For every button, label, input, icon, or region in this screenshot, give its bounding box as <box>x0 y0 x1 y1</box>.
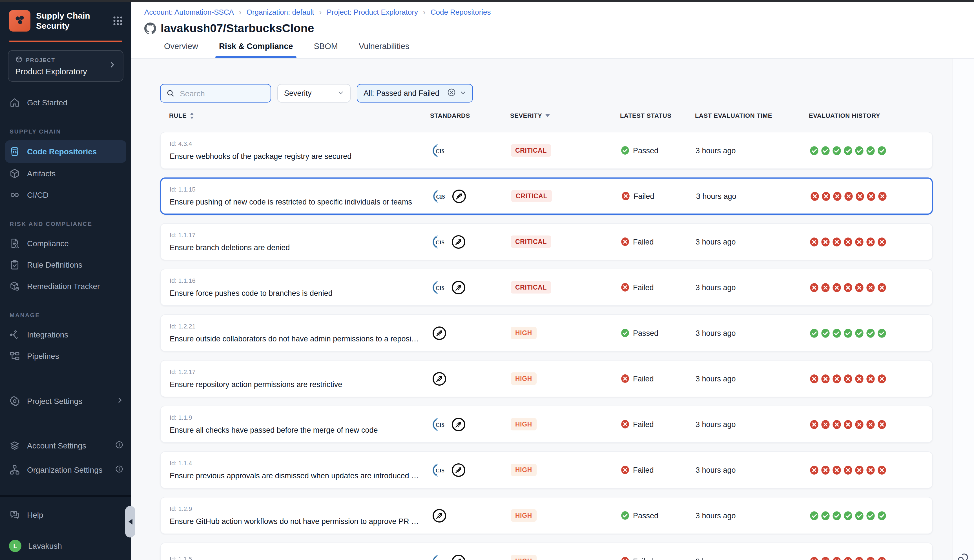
search-input[interactable] <box>178 88 265 98</box>
history-pass-icon <box>843 511 853 520</box>
sidebar-item-label: Rule Definitions <box>27 260 82 269</box>
sidebar-item-artifacts[interactable]: Artifacts <box>0 163 131 184</box>
org-chart-gear-icon <box>9 464 20 475</box>
help-chat-icon <box>9 509 20 520</box>
cis-standard-icon: CIS <box>432 553 447 560</box>
feedback-chat-icon[interactable] <box>957 552 970 560</box>
sidebar-item-get-started[interactable]: Get Started <box>0 92 131 113</box>
user-avatar: L <box>9 540 22 552</box>
sidebar-item-rule-definitions[interactable]: Rule Definitions <box>0 254 131 275</box>
history-fail-icon <box>832 374 842 383</box>
owasp-standard-icon <box>451 234 466 249</box>
history-fail-icon <box>854 237 864 247</box>
rule-cell: Id: 1.2.21Ensure outside collaborators d… <box>161 315 429 351</box>
owasp-standard-icon <box>451 280 466 295</box>
last-evaluation-time: 3 hours ago <box>695 557 809 560</box>
latest-status-cell: Failed <box>620 465 695 474</box>
table-row[interactable]: Id: 4.3.4Ensure webhooks of the package … <box>160 132 933 169</box>
sidebar-divider <box>0 424 131 424</box>
sidebar-item-help[interactable]: Help <box>0 504 131 526</box>
severity-cell: CRITICAL <box>511 281 551 293</box>
rule-id: Id: 1.1.5 <box>170 555 429 560</box>
column-header-evaluation-history: EVALUATION HISTORY <box>809 112 933 119</box>
sidebar-item-organization-settings[interactable]: Organization Settings <box>0 459 131 480</box>
standards-cell: CIS <box>429 553 511 560</box>
history-fail-icon <box>832 191 842 201</box>
evaluation-history-cell <box>809 420 932 429</box>
sidebar-collapse-handle[interactable] <box>125 506 135 537</box>
history-fail-icon <box>866 374 876 383</box>
table-row[interactable]: Id: 1.1.17Ensure branch deletions are de… <box>160 223 933 260</box>
cis-standard-icon: CIS <box>432 234 447 249</box>
rule-cell: Id: 1.1.15Ensure pushing of new code is … <box>161 178 429 213</box>
filter-bar: Severity All: Passed and Failed <box>160 84 974 103</box>
column-header-severity[interactable]: SEVERITY <box>510 112 620 119</box>
main-area: Account: Automation-SSCA›Organization: d… <box>131 0 974 560</box>
history-fail-icon <box>866 465 876 475</box>
severity-cell: HIGH <box>511 418 537 430</box>
project-switcher[interactable]: PROJECT Product Exploratory <box>8 50 123 82</box>
sidebar-item-compliance[interactable]: Compliance <box>0 233 131 254</box>
status-passed-icon <box>620 328 630 337</box>
last-evaluation-time: 3 hours ago <box>695 466 809 474</box>
sidebar-item-user[interactable]: L Lavakush <box>0 535 131 557</box>
apps-grid-icon[interactable] <box>112 15 123 27</box>
tab-vulnerabilities[interactable]: Vulnerabilities <box>359 42 409 58</box>
sidebar-item-remediation-tracker[interactable]: Remediation Tracker <box>0 275 131 297</box>
breadcrumb-link-code-repositories[interactable]: Code Repositories <box>430 8 491 16</box>
history-fail-icon <box>877 237 887 247</box>
rule-cell: Id: 4.3.4Ensure webhooks of the package … <box>161 132 429 168</box>
history-fail-icon <box>854 420 864 429</box>
breadcrumb-link-account-automation-ssca[interactable]: Account: Automation-SSCA <box>144 8 234 16</box>
table-row[interactable]: Id: 1.2.17Ensure repository action permi… <box>160 360 933 397</box>
tab-overview[interactable]: Overview <box>164 42 198 58</box>
info-icon[interactable] <box>115 440 123 451</box>
table-row[interactable]: Id: 1.2.21Ensure outside collaborators d… <box>160 314 933 352</box>
breadcrumb-separator-icon: › <box>423 8 425 16</box>
severity-cell: CRITICAL <box>511 190 552 202</box>
history-fail-icon <box>866 237 876 247</box>
status-failed-icon <box>620 237 630 246</box>
nav-group-label-supply-chain: SUPPLY CHAIN <box>10 128 131 135</box>
table-row[interactable]: Id: 1.2.9Ensure GitHub action workflows … <box>160 497 933 534</box>
sidebar-item-project-settings[interactable]: Project Settings <box>0 390 131 412</box>
infinity-icon <box>9 189 20 200</box>
sort-icon[interactable] <box>189 112 195 119</box>
sidebar-item-integrations[interactable]: Integrations <box>0 324 131 345</box>
sidebar-item-account-settings[interactable]: Account Settings <box>0 435 131 456</box>
clear-filter-icon[interactable] <box>447 88 456 98</box>
standards-cell <box>429 371 511 386</box>
table-header: RULE STANDARDS SEVERITY LATEST STATUS LA… <box>160 111 933 120</box>
breadcrumb-link-project-product-exploratory[interactable]: Project: Product Exploratory <box>327 8 418 16</box>
severity-cell: CRITICAL <box>511 235 551 248</box>
tab-bar: OverviewRisk & ComplianceSBOMVulnerabili… <box>164 42 974 58</box>
user-name: Lavakush <box>28 542 123 550</box>
rules-table-body: Id: 4.3.4Ensure webhooks of the package … <box>160 132 933 560</box>
rule-cell: Id: 1.1.5 <box>161 543 429 560</box>
info-icon[interactable] <box>115 465 123 475</box>
owasp-standard-icon <box>451 417 466 432</box>
tab-sbom[interactable]: SBOM <box>314 42 338 58</box>
table-row[interactable]: Id: 1.1.4Ensure previous approvals are d… <box>160 451 933 488</box>
page-header: Account: Automation-SSCA›Organization: d… <box>131 0 974 58</box>
sidebar-item-pipelines[interactable]: Pipelines <box>0 345 131 367</box>
rule-name: Ensure repository action permissions are… <box>170 380 420 389</box>
table-row[interactable]: Id: 1.1.9Ensure all checks have passed b… <box>160 406 933 443</box>
breadcrumb-link-organization-default[interactable]: Organization: default <box>247 8 314 16</box>
sidebar-item-code-repositories[interactable]: Code Repositories <box>5 140 126 163</box>
column-header-rule[interactable]: RULE <box>160 112 428 119</box>
content-area: Severity All: Passed and Failed <box>131 58 974 560</box>
table-row[interactable]: Id: 1.1.5CISHIGHFailed3 hours ago <box>160 543 933 560</box>
status-label: Failed <box>633 374 654 383</box>
tab-risk-compliance[interactable]: Risk & Compliance <box>219 42 293 58</box>
history-pass-icon <box>854 328 864 338</box>
table-row[interactable]: Id: 1.1.16Ensure force pushes code to br… <box>160 269 933 306</box>
last-evaluation-time: 3 hours ago <box>696 192 810 200</box>
severity-filter-dropdown[interactable]: Severity <box>277 84 350 103</box>
status-filter-dropdown[interactable]: All: Passed and Failed <box>357 84 473 103</box>
sidebar-item-ci-cd[interactable]: CI/CD <box>0 184 131 206</box>
status-failed-icon <box>620 465 630 474</box>
status-label: Passed <box>633 329 658 337</box>
sidebar-item-label: Remediation Tracker <box>27 282 100 291</box>
table-row[interactable]: Id: 1.1.15Ensure pushing of new code is … <box>160 177 933 215</box>
